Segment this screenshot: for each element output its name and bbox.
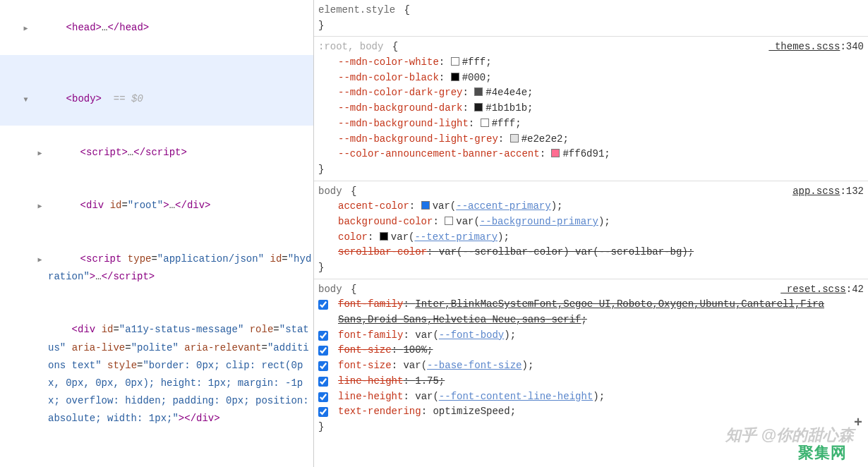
css-declaration[interactable]: font-size: var(--base-font-size); xyxy=(318,358,864,374)
expand-arrow-icon[interactable]: ▶ xyxy=(58,23,66,35)
css-declaration[interactable]: --mdn-color-white: #fff; xyxy=(318,55,864,71)
source-link[interactable]: app.scss:132 xyxy=(792,184,864,200)
expand-arrow-icon[interactable]: ▶ xyxy=(72,200,80,213)
property-toggle-checkbox[interactable] xyxy=(318,300,328,310)
css-declaration[interactable]: accent-color: var(--accent-primary); xyxy=(318,199,864,214)
property-toggle-checkbox[interactable] xyxy=(318,346,328,356)
css-declaration[interactable]: --mdn-background-light: #fff; xyxy=(318,116,864,132)
css-declaration[interactable]: color: var(--text-primary); xyxy=(318,230,864,245)
dom-node-script-hydration[interactable]: ▶<script type="application/json" id="hyd… xyxy=(0,232,313,303)
expand-arrow-icon[interactable]: ▶ xyxy=(72,147,80,160)
color-swatch-icon[interactable] xyxy=(421,201,430,210)
selector[interactable]: body xyxy=(318,186,342,197)
watermark-logo: 聚集网 xyxy=(798,442,847,463)
color-swatch-icon[interactable] xyxy=(481,119,489,127)
selector[interactable]: body xyxy=(318,284,342,295)
css-declaration[interactable]: line-height: 1.75; xyxy=(318,374,864,389)
css-declaration[interactable]: scrollbar-color: var(--scrollbar-color) … xyxy=(318,245,864,260)
styles-panel[interactable]: element.style { } :root, body { _themes.… xyxy=(314,0,868,467)
selector[interactable]: :root, body xyxy=(318,41,383,52)
css-declaration[interactable]: --mdn-background-light-grey: #e2e2e2; xyxy=(318,132,864,147)
property-toggle-checkbox[interactable] xyxy=(318,407,328,417)
property-toggle-checkbox[interactable] xyxy=(318,377,328,387)
property-toggle-checkbox[interactable] xyxy=(318,361,328,371)
dom-node-body-close[interactable]: </body> xyxy=(0,446,313,467)
color-swatch-icon[interactable] xyxy=(451,73,459,81)
css-declaration[interactable]: --mdn-color-dark-grey: #4e4e4e; xyxy=(318,85,864,101)
selector[interactable]: element.style xyxy=(318,4,395,16)
css-declaration[interactable]: text-rendering: optimizeSpeed; xyxy=(318,404,864,420)
property-toggle-checkbox[interactable] xyxy=(318,331,328,341)
source-link[interactable]: _themes.scss:340 xyxy=(769,40,864,55)
dom-node-head[interactable]: ▶<head>…</head> xyxy=(0,1,313,55)
dom-node-script[interactable]: ▶<script>…</script> xyxy=(0,126,313,179)
elements-panel[interactable]: ▶<head>…</head> ⋯ ▼<body> == $0 ▶<script… xyxy=(0,0,314,467)
color-swatch-icon[interactable] xyxy=(445,217,453,225)
source-link[interactable]: _reset.scss:42 xyxy=(780,282,864,298)
css-declaration[interactable]: background-color: var(--background-prima… xyxy=(318,214,864,230)
style-rule-reset[interactable]: body { _reset.scss:42 font-family: Inter… xyxy=(314,279,868,438)
dom-node-div-root[interactable]: ▶<div id="root">…</div> xyxy=(0,179,313,233)
css-declaration[interactable]: --mdn-color-black: #000; xyxy=(318,71,864,86)
css-declaration[interactable]: --color-announcement-banner-accent: #ff6… xyxy=(318,147,864,162)
color-swatch-icon[interactable] xyxy=(380,232,388,241)
style-rule-themes[interactable]: :root, body { _themes.scss:340 --mdn-col… xyxy=(314,37,868,181)
add-rule-button[interactable]: + xyxy=(854,412,862,434)
css-declaration[interactable]: line-height: var(--font-content-line-hei… xyxy=(318,389,864,405)
style-rule-app[interactable]: body { app.scss:132 accent-color: var(--… xyxy=(314,181,868,279)
css-declaration[interactable]: font-family: var(--font-body); xyxy=(318,328,864,344)
color-swatch-icon[interactable] xyxy=(451,57,459,66)
color-swatch-icon[interactable] xyxy=(551,149,560,157)
expand-arrow-icon[interactable]: ▶ xyxy=(72,254,80,267)
color-swatch-icon[interactable] xyxy=(510,134,519,142)
css-declaration[interactable]: --mdn-background-dark: #1b1b1b; xyxy=(318,101,864,116)
css-declaration[interactable]: font-size: 100%; xyxy=(318,343,864,358)
collapse-arrow-icon[interactable]: ▼ xyxy=(58,94,66,107)
style-rule-element[interactable]: element.style { } xyxy=(314,0,868,37)
css-declaration[interactable]: font-family: Inter,BlinkMacSystemFont,Se… xyxy=(318,297,864,327)
dom-node-div-a11y[interactable]: <div id="a11y-status-message" role="stat… xyxy=(0,303,313,446)
dom-node-body[interactable]: ⋯ ▼<body> == $0 xyxy=(0,55,313,126)
color-swatch-icon[interactable] xyxy=(474,87,483,96)
property-toggle-checkbox[interactable] xyxy=(318,392,328,402)
color-swatch-icon[interactable] xyxy=(474,103,483,111)
